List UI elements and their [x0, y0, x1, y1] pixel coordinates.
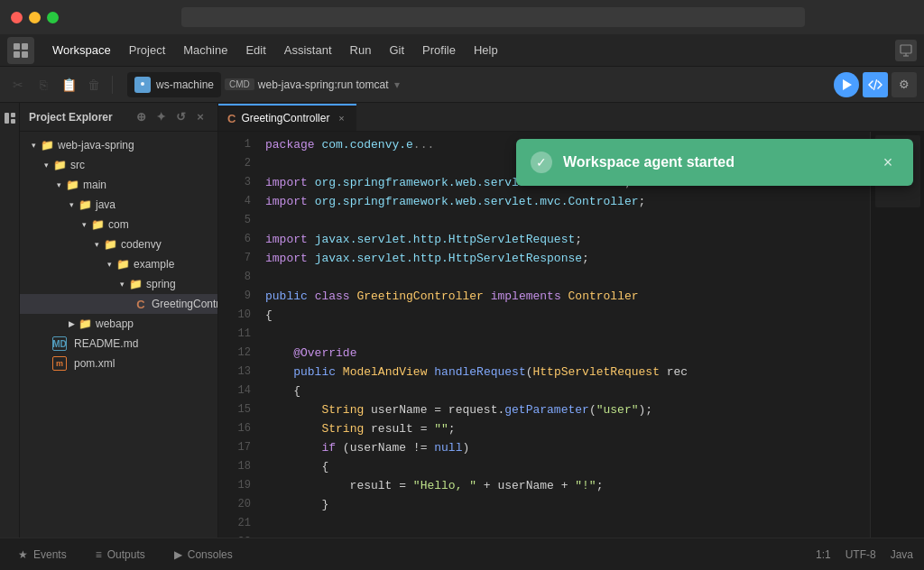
paste-icon: 📋: [58, 74, 79, 96]
java-file-icon: C: [134, 297, 148, 311]
menu-item-profile[interactable]: Profile: [413, 40, 465, 60]
tree-arrow: ▾: [90, 238, 103, 251]
title-bar: [0, 0, 924, 34]
logo-cell: [14, 51, 20, 58]
collapse-icon[interactable]: ×: [192, 109, 208, 125]
minimize-button[interactable]: [29, 12, 41, 23]
status-bar: ★ Events ≡ Outputs ▶ Consoles 1:1 UTF-8 …: [0, 538, 924, 570]
app-logo[interactable]: [7, 37, 34, 64]
refresh-icon[interactable]: ↺: [172, 109, 189, 125]
editor-tabs: C GreetingController ×: [218, 103, 924, 132]
menu-item-git[interactable]: Git: [380, 40, 413, 60]
status-tab-consoles-label: Consoles: [188, 548, 233, 561]
outputs-icon: ≡: [96, 548, 102, 561]
new-file-icon[interactable]: ⊕: [133, 109, 149, 125]
code-icon[interactable]: [863, 72, 888, 97]
toolbar: ✂ ⎘ 📋 🗑 ws-machine CMD web-java-spring:r…: [0, 67, 924, 103]
tree-item-java[interactable]: ▾ 📁 java: [20, 195, 217, 215]
tree-label: README.md: [74, 337, 138, 350]
tree-item-web-java-spring[interactable]: ▾ 📁 web-java-spring: [20, 135, 217, 155]
toolbar-right: ⚙: [863, 72, 917, 97]
tree-item-main[interactable]: ▾ 📁 main: [20, 175, 217, 195]
tab-close-button[interactable]: ×: [335, 112, 347, 124]
events-icon: ★: [18, 548, 28, 561]
code-line: {: [265, 382, 870, 400]
explorer-header: Project Explorer ⊕ ✦ ↺ ×: [20, 103, 217, 132]
tree-item-spring[interactable]: ▾ 📁 spring: [20, 274, 217, 294]
tree-label: java: [96, 198, 116, 211]
folder-icon: 📁: [52, 158, 67, 172]
encoding-info: UTF-8: [845, 548, 876, 561]
tab-icon: C: [227, 112, 236, 125]
explorer-actions: ⊕ ✦ ↺ ×: [133, 109, 208, 125]
address-bar[interactable]: [181, 7, 805, 27]
machine-name-label: ws-machine: [156, 78, 214, 91]
explorer-icon[interactable]: [2, 110, 18, 126]
consoles-icon: ▶: [174, 548, 182, 561]
tree-item-pomxml[interactable]: ▶ m pom.xml: [20, 354, 217, 373]
tree-label: codenvy: [121, 238, 162, 251]
status-tab-outputs-label: Outputs: [107, 548, 145, 561]
menu-item-workspace[interactable]: Workspace: [43, 40, 120, 60]
side-icons-bar: [0, 103, 20, 538]
status-tab-outputs[interactable]: ≡ Outputs: [88, 545, 152, 565]
status-tab-events-label: Events: [33, 548, 67, 561]
tree-item-example[interactable]: ▾ 📁 example: [20, 254, 217, 274]
code-line: ModelAndView view = new ModelAndView("he…: [265, 533, 870, 538]
menu-bar: Workspace Project Machine Edit Assistant…: [0, 34, 924, 67]
explorer-tree: ▾ 📁 web-java-spring ▾ 📁 src ▾ 📁 main: [20, 132, 217, 538]
code-line: String result = "";: [265, 419, 870, 438]
menu-item-project[interactable]: Project: [120, 40, 174, 60]
status-tab-consoles[interactable]: ▶ Consoles: [167, 545, 240, 565]
run-command-display[interactable]: web-java-spring:run tomcat ▾: [258, 78, 830, 91]
logo-cell: [22, 51, 28, 58]
toast-close-button[interactable]: ×: [877, 152, 899, 173]
code-line: {: [265, 306, 870, 325]
machine-icon: [134, 77, 151, 93]
tree-arrow: ▾: [78, 218, 90, 231]
tree-item-com[interactable]: ▾ 📁 com: [20, 215, 217, 234]
minimap: [870, 132, 924, 538]
status-tab-events[interactable]: ★ Events: [11, 545, 74, 565]
tree-item-webapp[interactable]: ▶ 📁 webapp: [20, 314, 217, 334]
run-button[interactable]: [834, 72, 859, 97]
dropdown-arrow-icon: ▾: [394, 78, 400, 91]
tree-item-readme[interactable]: ▶ MD README.md: [20, 334, 217, 354]
menu-item-assistant[interactable]: Assistant: [275, 40, 341, 60]
code-line: if (userName != null): [265, 438, 870, 457]
line-numbers: 12345 678910 1112131415 1617181920 21222…: [218, 132, 258, 538]
maximize-button[interactable]: [47, 12, 59, 23]
svg-rect-4: [11, 113, 15, 117]
editor-tab-greeting-controller[interactable]: C GreetingController ×: [218, 104, 356, 131]
folder-icon: 📁: [65, 178, 79, 192]
tree-label: main: [83, 179, 106, 191]
folder-icon: 📁: [40, 138, 54, 152]
machine-selector[interactable]: ws-machine: [127, 72, 221, 97]
tree-item-src[interactable]: ▾ 📁 src: [20, 155, 217, 175]
delete-icon: 🗑: [83, 74, 105, 96]
copy-icon: ⎘: [32, 74, 54, 96]
menu-item-edit[interactable]: Edit: [236, 40, 274, 60]
share-icon[interactable]: [895, 40, 917, 61]
svg-point-2: [141, 82, 144, 86]
folder-icon: 📁: [78, 317, 92, 331]
code-line: [265, 325, 870, 344]
menu-item-help[interactable]: Help: [465, 40, 507, 60]
tab-label: GreetingController: [241, 112, 329, 124]
code-content[interactable]: package com.codenvy.e... import org.spri…: [258, 132, 870, 538]
xml-file-icon: m: [52, 356, 67, 371]
logo-cell: [22, 43, 28, 50]
new-folder-icon[interactable]: ✦: [152, 109, 169, 125]
tree-label: GreetingController: [152, 298, 217, 310]
logo-grid: [14, 43, 28, 58]
tree-arrow: ▾: [65, 198, 78, 211]
svg-rect-3: [5, 113, 9, 124]
menu-item-run[interactable]: Run: [341, 40, 381, 60]
menu-item-machine[interactable]: Machine: [174, 40, 236, 60]
close-button[interactable]: [11, 12, 23, 23]
tree-label: web-java-spring: [58, 139, 134, 152]
status-right: 1:1 UTF-8 Java: [816, 548, 913, 561]
settings-icon[interactable]: ⚙: [892, 72, 917, 97]
tree-item-greeting-controller[interactable]: C GreetingController: [20, 294, 217, 314]
tree-item-codenvy[interactable]: ▾ 📁 codenvy: [20, 234, 217, 254]
